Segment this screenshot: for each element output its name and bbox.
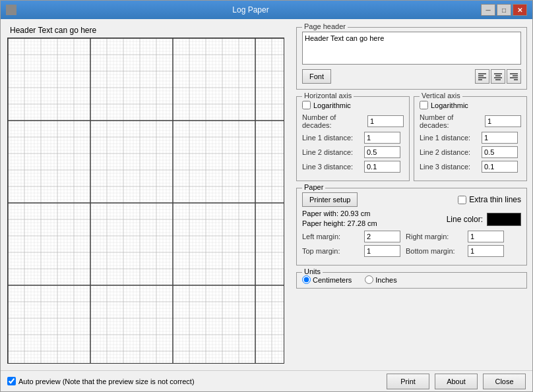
- v-line3-input[interactable]: [482, 161, 518, 173]
- align-center-button[interactable]: [491, 69, 505, 84]
- main-content: Header Text can go here Page header Font: [1, 19, 532, 370]
- margins-row: Left margin: Right margin:: [302, 231, 521, 245]
- paper-height-text: Paper height: 27.28 cm: [302, 219, 377, 227]
- horizontal-axis-group: Horizontal axis Logarithmic Number of de…: [296, 96, 410, 181]
- align-left-button[interactable]: [475, 69, 489, 84]
- v-logarithmic-row: Logarithmic: [420, 101, 521, 109]
- about-button[interactable]: About: [435, 374, 478, 389]
- vertical-axis-title: Vertical axis: [420, 92, 462, 99]
- align-right-icon: [509, 72, 518, 81]
- v-line3-label: Line 3 distance:: [420, 163, 479, 171]
- align-left-icon: [478, 72, 487, 81]
- centimeters-label: Centimeters: [313, 276, 352, 284]
- titlebar: Log Paper ─ □ ✕: [1, 1, 532, 19]
- h-decades-label: Number of decades:: [302, 113, 365, 129]
- left-margin-row: Left margin:: [302, 231, 400, 242]
- maximize-button[interactable]: □: [497, 4, 511, 16]
- top-bottom-margin-row: Top margin: Bottom margin:: [302, 245, 521, 260]
- v-logarithmic-checkbox[interactable]: [420, 101, 428, 109]
- extra-thin-checkbox[interactable]: [458, 196, 466, 204]
- bottom-margin-label: Bottom margin:: [406, 247, 465, 255]
- page-header-group: Page header Font: [296, 27, 527, 90]
- h-line1-row: Line 1 distance:: [302, 132, 404, 144]
- header-controls: Font: [302, 69, 521, 84]
- h-logarithmic-label: Logarithmic: [313, 101, 351, 109]
- main-window: Log Paper ─ □ ✕ Header Text can go here …: [0, 0, 533, 392]
- inches-label: Inches: [375, 276, 396, 284]
- h-line2-input[interactable]: [364, 146, 400, 158]
- v-decades-input[interactable]: [485, 115, 521, 127]
- preview-header-text: Header Text can go here: [10, 26, 284, 35]
- v-decades-row: Number of decades:: [420, 113, 521, 129]
- centimeters-radio[interactable]: [302, 275, 311, 284]
- paper-width-text: Paper with: 20.93 cm: [302, 210, 377, 217]
- auto-preview-checkbox[interactable]: [7, 377, 16, 385]
- horizontal-axis-title: Horizontal axis: [302, 92, 354, 99]
- auto-preview-label[interactable]: Auto preview (Note that the preview size…: [7, 377, 195, 385]
- printer-setup-button[interactable]: Printer setup: [302, 192, 358, 207]
- bottom-margin-input[interactable]: [468, 245, 504, 257]
- right-margin-input[interactable]: [468, 231, 504, 242]
- window-title: Log Paper: [20, 5, 481, 14]
- v-line1-label: Line 1 distance:: [420, 134, 479, 142]
- line-color-label: Line color:: [447, 215, 483, 224]
- controls-panel: Page header Font: [291, 19, 532, 370]
- units-group: Units Centimeters Inches: [296, 272, 527, 289]
- h-line3-input[interactable]: [364, 161, 400, 173]
- bottom-buttons: Print About Close: [387, 374, 526, 389]
- bottom-margin-row: Bottom margin:: [406, 245, 504, 257]
- print-button[interactable]: Print: [387, 374, 429, 389]
- v-line2-row: Line 2 distance:: [420, 146, 521, 158]
- align-right-button[interactable]: [507, 69, 521, 84]
- right-margin-row: Right margin:: [406, 231, 504, 242]
- h-line1-input[interactable]: [364, 132, 400, 144]
- v-logarithmic-label: Logarithmic: [431, 101, 468, 109]
- centimeters-option[interactable]: Centimeters: [302, 275, 352, 284]
- vertical-axis-group: Vertical axis Logarithmic Number of deca…: [414, 96, 527, 181]
- axis-row: Horizontal axis Logarithmic Number of de…: [296, 94, 527, 181]
- inches-radio[interactable]: [365, 275, 373, 284]
- h-decades-input[interactable]: [367, 115, 404, 127]
- font-button[interactable]: Font: [302, 69, 331, 84]
- h-logarithmic-row: Logarithmic: [302, 101, 404, 109]
- left-margin-label: Left margin:: [302, 233, 361, 240]
- close-button[interactable]: Close: [483, 374, 526, 389]
- v-line1-row: Line 1 distance:: [420, 132, 521, 144]
- align-center-icon: [493, 72, 503, 81]
- h-line2-row: Line 2 distance:: [302, 146, 404, 158]
- paper-top-row: Printer setup Extra thin lines: [302, 192, 521, 207]
- top-margin-row: Top margin:: [302, 245, 400, 257]
- right-margin-label: Right margin:: [406, 233, 465, 240]
- h-line1-label: Line 1 distance:: [302, 134, 361, 142]
- h-logarithmic-checkbox[interactable]: [302, 101, 311, 109]
- page-header-textarea[interactable]: [302, 32, 521, 65]
- v-line3-row: Line 3 distance:: [420, 161, 521, 173]
- graph-paper-preview: [7, 38, 284, 364]
- window-controls: ─ □ ✕: [481, 4, 527, 16]
- extra-thin-label: Extra thin lines: [469, 195, 521, 204]
- top-margin-input[interactable]: [364, 245, 400, 257]
- h-line3-label: Line 3 distance:: [302, 163, 361, 171]
- app-icon: [6, 5, 16, 15]
- paper-info-left: Paper with: 20.93 cm Paper height: 27.28…: [302, 210, 377, 229]
- graph-canvas: [8, 38, 284, 363]
- h-line3-row: Line 3 distance:: [302, 161, 404, 173]
- extra-thin-row: Extra thin lines: [458, 195, 521, 204]
- paper-group: Paper Printer setup Extra thin lines Pap…: [296, 188, 527, 266]
- paper-title: Paper: [302, 183, 325, 191]
- line-color-row: Line color:: [447, 213, 521, 226]
- page-header-title: Page header: [302, 22, 348, 30]
- v-line2-input[interactable]: [482, 146, 518, 158]
- preview-panel: Header Text can go here: [1, 19, 291, 370]
- window-close-button[interactable]: ✕: [513, 4, 527, 16]
- v-line1-input[interactable]: [482, 132, 518, 144]
- inches-option[interactable]: Inches: [365, 275, 396, 284]
- left-margin-input[interactable]: [364, 231, 400, 242]
- h-line2-label: Line 2 distance:: [302, 148, 361, 156]
- bottom-bar: Auto preview (Note that the preview size…: [1, 370, 532, 391]
- units-title: Units: [302, 267, 323, 275]
- v-decades-label: Number of decades:: [420, 113, 482, 129]
- line-color-swatch[interactable]: [487, 213, 521, 226]
- align-buttons: [475, 69, 521, 84]
- minimize-button[interactable]: ─: [481, 4, 495, 16]
